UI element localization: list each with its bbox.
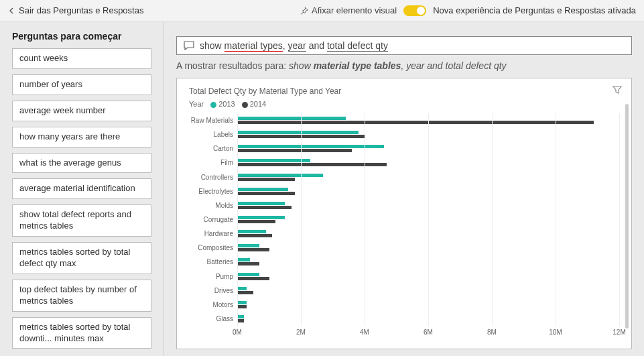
bar-2014[interactable] bbox=[237, 135, 365, 138]
suggestion-item[interactable]: how many years are there bbox=[12, 127, 151, 147]
bar-2014[interactable] bbox=[237, 121, 594, 124]
bar-2013[interactable] bbox=[237, 287, 247, 290]
bar-2014[interactable] bbox=[237, 220, 275, 223]
bar-row bbox=[237, 213, 619, 227]
bar-2013[interactable] bbox=[237, 258, 250, 261]
suggestion-item[interactable]: show total defect reports and metrics ta… bbox=[12, 204, 151, 237]
bar-2014[interactable] bbox=[237, 178, 295, 181]
legend-label: Year bbox=[189, 100, 204, 108]
filter-icon bbox=[613, 85, 622, 95]
main-panel: show material types, year and total defe… bbox=[164, 21, 644, 356]
bars-container bbox=[237, 113, 619, 326]
suggestion-item[interactable]: average week number bbox=[12, 101, 151, 121]
bar-2013[interactable] bbox=[237, 216, 285, 219]
x-axis-ticks: 0M2M4M6M8M10M12M bbox=[237, 329, 619, 338]
bar-2013[interactable] bbox=[237, 301, 247, 304]
chart-legend: Year 2013 2014 bbox=[189, 100, 619, 108]
bar-2014[interactable] bbox=[237, 277, 269, 280]
toggle-label: Nova experiência de Perguntas e Resposta… bbox=[433, 5, 636, 15]
x-axis: 0M2M4M6M8M10M12M bbox=[189, 329, 619, 338]
bar-row bbox=[237, 127, 619, 141]
bar-row bbox=[237, 284, 619, 298]
bar-2014[interactable] bbox=[237, 262, 259, 265]
bar-2014[interactable] bbox=[237, 305, 247, 308]
qa-experience-toggle[interactable] bbox=[403, 5, 426, 16]
topbar: Sair das Perguntas e Respostas Afixar el… bbox=[0, 0, 644, 21]
chat-icon bbox=[184, 41, 194, 50]
x-tick: 8M bbox=[487, 329, 497, 336]
y-axis-label: Labels bbox=[189, 127, 237, 141]
chart-title: Total Defect Qty by Material Type and Ye… bbox=[189, 86, 619, 96]
x-tick: 6M bbox=[424, 329, 433, 336]
bar-2014[interactable] bbox=[237, 149, 352, 152]
bar-2014[interactable] bbox=[237, 192, 295, 195]
suggestion-item[interactable]: metrics tables sorted by total defect qt… bbox=[12, 242, 151, 274]
bar-2013[interactable] bbox=[237, 117, 346, 120]
bar-2013[interactable] bbox=[237, 315, 244, 318]
bar-2013[interactable] bbox=[237, 273, 259, 276]
suggestion-item[interactable]: top defect tables by number of metrics t… bbox=[12, 280, 151, 312]
bar-2013[interactable] bbox=[237, 159, 310, 162]
question-text: show material types, year and total defe… bbox=[200, 40, 388, 51]
bar-row bbox=[237, 227, 619, 241]
suggestion-item[interactable]: metrics tables sorted by total downti...… bbox=[12, 317, 151, 349]
bar-row bbox=[237, 241, 619, 255]
y-axis-labels: Raw MaterialsLabelsCartonFilmControllers… bbox=[189, 113, 237, 326]
suggestion-item[interactable]: what is the average genus bbox=[12, 153, 151, 174]
suggestion-item[interactable]: average material identification bbox=[12, 178, 151, 199]
bar-2013[interactable] bbox=[237, 202, 285, 205]
bar-row bbox=[237, 298, 619, 312]
y-axis-label: Batteries bbox=[189, 255, 237, 269]
x-tick: 10M bbox=[549, 329, 562, 336]
back-label: Sair das Perguntas e Respostas bbox=[19, 5, 143, 15]
bar-2013[interactable] bbox=[237, 188, 288, 191]
question-input[interactable]: show material types, year and total defe… bbox=[176, 36, 632, 55]
bar-row bbox=[237, 198, 619, 213]
bar-2014[interactable] bbox=[237, 248, 269, 251]
bar-2014[interactable] bbox=[237, 319, 244, 322]
suggestion-item[interactable]: number of years bbox=[12, 74, 151, 95]
filter-button[interactable] bbox=[613, 85, 622, 97]
y-axis-label: Carton bbox=[189, 141, 237, 156]
x-tick: 2M bbox=[296, 329, 306, 336]
suggestions-panel: Perguntas para começar count weeksnumber… bbox=[0, 21, 164, 356]
bar-2013[interactable] bbox=[237, 244, 259, 247]
back-button[interactable]: Sair das Perguntas e Respostas bbox=[8, 5, 143, 15]
y-axis-label: Film bbox=[189, 156, 237, 170]
y-axis-label: Electrolytes bbox=[189, 184, 237, 198]
chart-visual[interactable]: Total Defect Qty by Material Type and Ye… bbox=[176, 78, 632, 349]
bar-2013[interactable] bbox=[237, 131, 359, 134]
legend-dot-icon bbox=[210, 102, 216, 108]
pin-visual-button[interactable]: Afixar elemento visual bbox=[300, 5, 397, 15]
y-axis-label: Raw Materials bbox=[189, 113, 237, 127]
y-axis-label: Corrugate bbox=[189, 213, 237, 227]
y-axis-label: Pump bbox=[189, 270, 237, 284]
bar-2014[interactable] bbox=[237, 291, 253, 294]
bar-2014[interactable] bbox=[237, 234, 272, 237]
bar-row bbox=[237, 156, 619, 170]
y-axis-label: Hardware bbox=[189, 227, 237, 241]
legend-item-2014[interactable]: 2014 bbox=[242, 100, 266, 108]
chevron-left-icon bbox=[8, 7, 15, 14]
y-axis-label: Controllers bbox=[189, 170, 237, 184]
bar-row bbox=[237, 184, 619, 198]
result-interpretation: A mostrar resultados para: show material… bbox=[176, 60, 632, 71]
bar-row bbox=[237, 312, 619, 326]
bar-row bbox=[237, 270, 619, 284]
suggestion-item[interactable]: count weeks bbox=[12, 48, 151, 69]
bar-2013[interactable] bbox=[237, 174, 323, 177]
bar-2013[interactable] bbox=[237, 230, 266, 233]
pin-icon bbox=[300, 6, 309, 15]
bar-row bbox=[237, 113, 619, 127]
bar-2014[interactable] bbox=[237, 163, 387, 166]
bar-2013[interactable] bbox=[237, 145, 384, 148]
legend-dot-icon bbox=[242, 102, 248, 108]
y-axis-label: Molds bbox=[189, 198, 237, 213]
y-axis-label: Composites bbox=[189, 241, 237, 255]
bar-2014[interactable] bbox=[237, 206, 292, 209]
x-tick: 12M bbox=[613, 329, 625, 336]
chart-plot-area: Raw MaterialsLabelsCartonFilmControllers… bbox=[189, 113, 619, 326]
y-axis-label: Glass bbox=[189, 312, 237, 326]
scrollbar[interactable] bbox=[625, 104, 629, 329]
legend-item-2013[interactable]: 2013 bbox=[210, 100, 235, 108]
